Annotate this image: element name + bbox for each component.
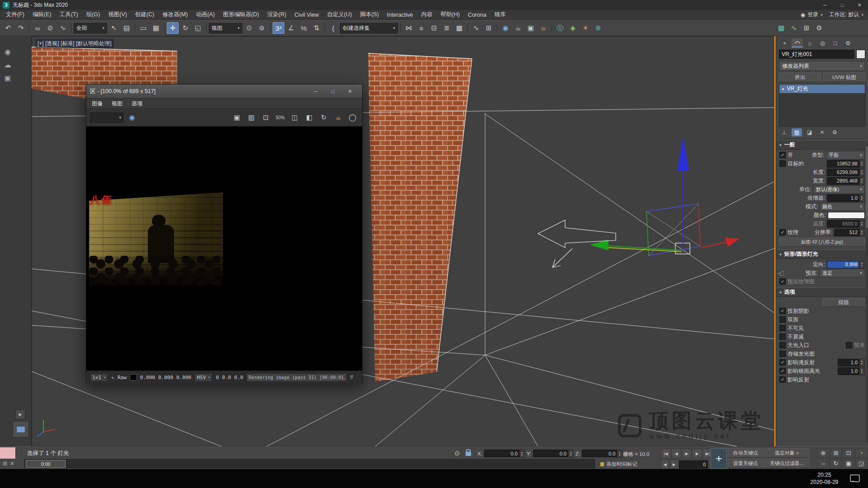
modifier-stack[interactable]: ● VR_灯光 [779,84,865,127]
select-and-rotate-icon[interactable]: ↻ [179,22,191,34]
selection-filter-dropdown[interactable]: 全部 ▾ [74,23,107,33]
menu-content[interactable]: 内容 [417,11,437,19]
cloud-icon[interactable]: ☁ [2,59,13,70]
mode-dropdown[interactable]: 颜色▾ [820,202,865,211]
set-key-button[interactable]: 设置关键点 [728,459,763,468]
key-filters-button[interactable]: 关键点过滤器... [764,459,809,468]
light-on-checkbox[interactable]: ✓ [779,152,786,158]
select-and-move-icon[interactable]: ✛ [167,22,179,34]
layer-manager-icon[interactable]: ≣ [441,22,453,34]
selection-lock-icon[interactable] [466,452,471,456]
menu-file[interactable]: 文件(F) [2,11,28,19]
z-spinner[interactable]: ▴▾ [617,449,623,458]
vfb-close-button[interactable]: ✕ [341,86,359,96]
rollout-rect-light-header[interactable]: ▾ 矩形/圆形灯光 [776,249,868,259]
configure-modifier-sets-icon[interactable]: ⚙ [830,128,840,136]
stack-item-vraylight[interactable]: ● VR_灯光 [779,84,865,93]
z-coordinate-field[interactable]: 0.0 [582,450,617,457]
vray-diamond-icon[interactable]: ◈ [567,22,579,34]
affect-specular-checkbox[interactable]: ✓ [779,368,786,374]
no-decay-checkbox[interactable] [779,333,786,340]
isolate-selection-icon[interactable]: ⊙ [452,449,462,458]
orbit-icon[interactable]: ↻ [830,459,842,468]
render-setup-icon[interactable]: ☕ [512,22,524,34]
align-icon[interactable]: ≡ [415,22,427,34]
affect-diffuse-checkbox[interactable]: ✓ [779,359,786,366]
plugin-curve-icon[interactable]: ∿ [788,22,800,34]
directional-field[interactable]: 0.998 [827,261,859,268]
multiplier-spinner[interactable]: ▴▾ [859,194,865,202]
affect-reflections-checkbox[interactable]: ✓ [779,376,786,383]
set-keys-button[interactable]: + [711,448,727,469]
temperature-spinner[interactable]: ▴▾ [859,220,865,228]
ribbon-icon[interactable]: ▩ [453,22,465,34]
redo-icon[interactable]: ↷ [15,22,27,34]
minimize-button[interactable]: ─ [816,0,834,10]
remove-modifier-icon[interactable]: ✕ [817,128,827,136]
undo-icon[interactable]: ↶ [2,22,14,34]
current-frame-field[interactable]: 0 [679,460,708,469]
zoom-all-icon[interactable]: ⊞ [830,448,842,458]
vfb-compare-icon[interactable]: ◫ [289,112,301,123]
affect-diffuse-spinner[interactable]: ▴▾ [859,358,865,367]
show-end-result-icon[interactable]: ▥ [792,128,802,136]
affect-specular-spinner[interactable]: ▴▾ [859,367,865,375]
rectangular-selection-region-icon[interactable]: ▭ [137,22,149,34]
material-editor-icon[interactable]: ◉ [500,22,511,34]
menu-scripting[interactable]: 脚本(S) [356,11,383,19]
exclude-button[interactable]: 排除 [822,298,865,307]
menu-civil-view[interactable]: Civil View [290,12,323,18]
use-selection-center-icon[interactable]: ⊚ [256,22,268,34]
affect-diffuse-field[interactable]: 1.0 [838,359,859,366]
vfb-region-lasso-icon[interactable]: ◯ [347,112,359,123]
key-next-icon[interactable]: ▶ [670,460,678,469]
y-spinner[interactable]: ▴▾ [568,449,574,458]
unlink-selection-icon[interactable]: ⊘ [44,22,56,34]
taskbar-clock[interactable]: 20:25 2020-08-29 [811,471,838,486]
make-unique-icon[interactable]: ◪ [804,128,815,136]
maxscript-mini-listener[interactable] [0,447,16,459]
percent-snap-icon[interactable]: % [298,22,310,34]
length-spinner[interactable]: ▴▾ [859,168,865,177]
vray-light-gizmo[interactable] [538,136,740,267]
vray-toolbar-icon[interactable]: Ⓥ [554,22,566,34]
time-slider-handle[interactable]: 0:00 [26,460,66,468]
vfb-sphere-icon[interactable]: ◉ [126,112,138,123]
sign-in-button[interactable]: ◉ 登录 ▾ [801,11,823,19]
width-field[interactable]: 2895.468 [827,177,859,185]
close-button[interactable]: ✕ [851,0,868,10]
object-name-field[interactable]: VR_灯光001 [779,50,854,59]
vfb-render-canvas[interactable]: 八佰 [86,127,362,371]
menu-group[interactable]: 组(G) [82,11,104,19]
select-and-link-icon[interactable]: ∞ [32,22,43,34]
texture-checkbox[interactable]: ✓ [779,229,786,235]
visibility-eye-icon[interactable]: ◉ [2,46,13,57]
zoom-extents-icon[interactable]: ⊡ [843,448,854,458]
selected-objects-dropdown[interactable]: 选定对象▾ [764,448,809,458]
store-irradiance-checkbox[interactable] [779,351,786,357]
simple-checkbox[interactable] [846,342,852,348]
dolly-icon[interactable]: ◲ [855,459,867,468]
vfb-ab-compare-icon[interactable]: ◧ [303,112,315,123]
select-by-name-icon[interactable]: ▤ [121,22,132,34]
plugin-grid-icon[interactable]: ⊞ [801,22,812,34]
vfb-copy-icon[interactable]: ▥ [245,112,257,123]
panel-scrollbar-thumb[interactable] [866,146,868,228]
x-coordinate-field[interactable]: 0.0 [484,450,519,457]
menu-rendering[interactable]: 渲染(R) [263,11,290,19]
vfb-zoom-dropdown[interactable]: 1x1 ▾ [90,373,108,382]
tab-hierarchy-icon[interactable]: ⌂ [804,38,816,47]
pan-icon[interactable]: ⇔ [817,459,829,468]
menu-interactive[interactable]: Interactive [383,12,417,18]
vfb-render-last-icon[interactable]: ☕ [332,112,344,123]
workspace-selector[interactable]: 工作区: 默认 ▾ [829,11,863,19]
units-dropdown[interactable]: 默认(图像)▾ [813,185,865,194]
vfb-save-icon[interactable]: ▣ [231,112,243,123]
menu-graph-editors[interactable]: 图形编辑器(D) [219,11,263,19]
select-and-scale-icon[interactable]: ◱ [192,22,204,34]
maximize-button[interactable]: □ [834,0,851,10]
target-distance-field[interactable]: 10852.88 [827,160,859,168]
select-object-icon[interactable]: ↖ [108,22,120,34]
tab-display-icon[interactable]: □ [830,38,841,47]
vfb-clear-icon[interactable]: ↻ [318,112,330,123]
